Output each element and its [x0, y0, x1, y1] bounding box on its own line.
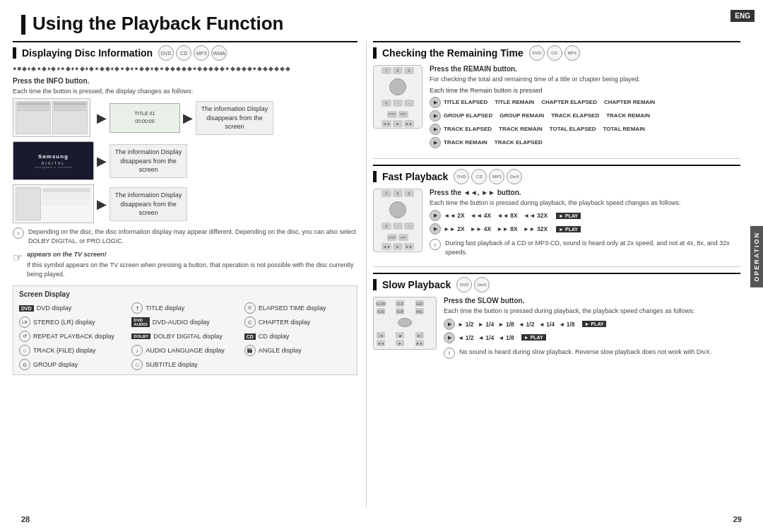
diagram-row-1: ▶ TITLE 01 00:00:00 ▶ The information Di…	[13, 98, 357, 137]
s-btn-rev[interactable]: ◄◄	[377, 340, 385, 346]
f-btn-9: 9	[404, 190, 414, 197]
f-row-2	[389, 199, 406, 220]
r-btn-clr: ·	[393, 100, 403, 107]
disc-icons: DVD CD MP3 WMA	[158, 45, 227, 61]
hand-label: appears on the TV screen! If this symbol…	[27, 250, 357, 279]
r-btn-0: 0	[382, 100, 391, 107]
sd-item-lr: LR STEREO (LR) display	[19, 317, 126, 328]
s-btn-1: SLOW	[377, 300, 385, 307]
sd-item-audio-lang: ♪ AUDIO LANGUAGE display	[131, 345, 238, 356]
track-icon: ○	[19, 345, 30, 356]
page-title: Using the Playback Function	[21, 13, 283, 35]
sd-item-chapter: C CHAPTER display	[244, 317, 351, 328]
fast-mp3-icon: MP3	[489, 169, 504, 184]
fast-section: Fast Playback DVD CD MP3 DivX 7 8 9	[373, 165, 740, 257]
displaying-disc-section-header: Displaying Disc Information DVD CD MP3 W…	[13, 41, 357, 61]
sd-item-dvd: DVD DVD display	[19, 302, 126, 314]
f-row-3: 0 · -	[382, 223, 414, 230]
r-btn-prev: ◄◄	[382, 120, 391, 127]
r-row-4: STEP RPT	[387, 111, 408, 118]
arrow-icon-3: ▶	[97, 153, 107, 169]
slow-text-area: Press the SLOW button. Each time the but…	[444, 297, 740, 359]
press-info-text: Press the INFO button.	[13, 77, 357, 85]
r-btn-9: 9	[404, 67, 414, 74]
note-box-1: i Depending on the disc, the disc inform…	[13, 227, 357, 245]
slow-row2: ◄ 1/2 ◄ 1/4 ◄ 1/8 ► PLAY	[458, 334, 546, 341]
remain-cd-icon: CD	[547, 45, 562, 61]
f-btn-play[interactable]: ►	[393, 243, 403, 250]
row1-cells: TITLE ELAPSED TITLE REMAIN CHAPTER ELAPS…	[444, 99, 655, 105]
f-row-5: ◄◄ ► ►►	[382, 243, 414, 250]
remain-mp3-icon: MP3	[564, 45, 580, 61]
slow-arrow-1: ▶	[444, 319, 455, 330]
fast-row1: ◄◄ 2X ◄◄ 4X ◄◄ 8X ◄◄ 32X ► PLAY	[444, 212, 581, 219]
s-btn-play2[interactable]: ►	[396, 340, 404, 346]
arrow-icon-4: ▶	[97, 196, 107, 212]
slow-note: i No sound is heard during slow playback…	[444, 348, 740, 359]
fast-note: i During fast playback of a CD or MP3-CD…	[430, 239, 740, 256]
elapsed-row-3: ▶ TRACK ELAPSED TRACK REMAIN TOTAL ELAPS…	[430, 124, 740, 135]
s-btn-next[interactable]: ►|	[415, 332, 424, 338]
r-row-3: 0 · -	[382, 100, 414, 107]
title-display-icon: T	[131, 302, 143, 314]
sd-item-elapsed: ⏱ ELAPSED TIME display	[244, 302, 351, 314]
r-row-5: ◄◄ ► ►►	[382, 120, 414, 127]
fast-arrow-2: ▶	[430, 223, 441, 235]
elapsed-row-2: ▶ GROUP ELAPSED GROUP REMAIN TRACK ELAPS…	[430, 110, 740, 122]
slow-remote-grid2: |◄ ■ ►| ◄◄ ► ►►	[377, 332, 433, 346]
fast-dvd-icon: DVD	[454, 169, 469, 184]
f-btn-next[interactable]: ►►	[404, 243, 414, 250]
f-btn-8: 8	[393, 190, 403, 197]
elapsed-row-4: ▶ TRACK REMAIN TRACK ELAPSED	[430, 137, 740, 148]
f-btn-prev[interactable]: ◄◄	[382, 243, 391, 250]
audio-lang-icon: ♪	[131, 345, 143, 356]
fast-remote: 7 8 9 0 · - STEP RPT	[373, 189, 422, 252]
remain-section: Checking the Remaining Time DVD CD MP3 7…	[373, 41, 740, 148]
r-row-1: 7 8 9	[382, 67, 414, 74]
screen-display-section: Screen Display DVD DVD display T TITLE d…	[13, 285, 357, 375]
arrow-icon-2: ▶	[183, 110, 193, 126]
sd-item-repeat: ↺ REPEAT PLAYBACK display	[19, 331, 126, 342]
fast-content: 7 8 9 0 · - STEP RPT	[373, 189, 740, 257]
r-remain-btn[interactable]	[389, 78, 406, 95]
s-btn-fwd[interactable]: ►►	[415, 340, 424, 346]
fast-section-header: Fast Playback DVD CD MP3 DivX	[373, 165, 740, 184]
fast-text-area: Press the ◄◄, ►► button. Each time the b…	[430, 189, 740, 257]
remain-content: 7 8 9 0 · - STEP RPT	[373, 65, 740, 148]
callout-3: The information Display disappears from …	[110, 187, 187, 221]
s-nav-circle	[398, 318, 412, 327]
fast-speed-row-1: ▶ ◄◄ 2X ◄◄ 4X ◄◄ 8X ◄◄ 32X ► PLAY	[430, 210, 740, 221]
f-btn-dot: ·	[393, 223, 403, 230]
page-number-left: 28	[21, 515, 30, 524]
slow-arrow-2: ▶	[444, 332, 455, 343]
sd-item-title: T TITLE display	[131, 302, 238, 314]
group-icon: G	[19, 359, 30, 370]
slow-section: Slow Playback DVD DivX SLOW CLR LED AUD …	[373, 273, 740, 359]
slow-content: SLOW CLR LED AUD SUB ANL |◄ ■ ►| ◄◄ ►	[373, 297, 740, 359]
arrow-circle-2: ▶	[430, 110, 441, 122]
fast-note-icon: i	[430, 239, 441, 250]
sd-item-subtitle: □ SUBTITLE display	[131, 359, 238, 370]
callout-2: The information Display disappears from …	[110, 144, 187, 178]
s-btn-prev[interactable]: |◄	[377, 332, 385, 338]
fast-row2: ►► 2X ►► 4X ►► 8X ►► 32X ► PLAY	[444, 225, 581, 232]
cd-icon: CD	[176, 45, 191, 61]
slow-remote-grid: SLOW CLR LED AUD SUB ANL	[377, 300, 433, 314]
screen-display-grid: DVD DVD display T TITLE display ⏱ ELAPSE…	[19, 302, 351, 370]
sd-item-cd: CD CD display	[244, 331, 351, 342]
diagram-row-2: Samsung DIGITAL everyone's invited ▶ The…	[13, 141, 357, 180]
r-row-2	[389, 76, 406, 97]
s-btn-stop[interactable]: ■	[396, 332, 404, 338]
s-btn-5: SUB	[396, 308, 404, 314]
fast-note-text: During fast playback of a CD or MP3-CD, …	[445, 239, 740, 256]
fast-press-text: Press the ◄◄, ►► button.	[430, 189, 740, 196]
slow-note-icon: i	[444, 348, 455, 359]
fast-title: Fast Playback	[382, 171, 448, 182]
f-row-1: 7 8 9	[382, 190, 414, 197]
slow-note-text: No sound is heard during slow playback. …	[459, 348, 711, 357]
f-btn-dash: -	[404, 223, 414, 230]
callout-1: The information Display disappears from …	[196, 101, 273, 135]
page-number-right: 29	[733, 515, 742, 524]
sd-item-dolby: DOLBY DOLBY DIGITAL display	[131, 331, 238, 342]
f-btn-7: 7	[382, 190, 391, 197]
